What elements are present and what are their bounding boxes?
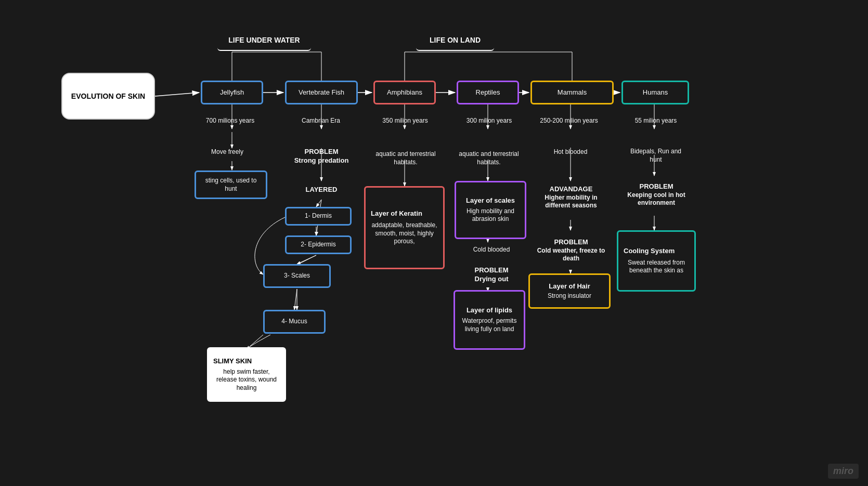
- svg-line-2: [155, 93, 199, 96]
- mammal-problem-label: PROBLEM Cold weather, freeze to death: [528, 230, 614, 271]
- amphi-habitat-label: aquatic and terrestrial habitats.: [367, 141, 444, 175]
- layer-scales-node: Layer of scales High mobility and abrasi…: [455, 181, 526, 239]
- layered-label: LAYERED: [285, 181, 358, 199]
- slimy-skin-node: SLIMY SKIN help swim faster, release tox…: [207, 347, 286, 402]
- mammal-advandage-label: ADVANDAGE Higher mobility in different s…: [528, 177, 614, 218]
- svg-line-41: [294, 289, 297, 310]
- jellyfish-node: Jellyfish: [201, 81, 263, 104]
- fish-problem-label: PROBLEM Strong predation: [285, 141, 358, 172]
- mammals-node: Mammals: [530, 81, 614, 104]
- layer-lipids-node: Layer of lipids Waterproof, permits livi…: [454, 290, 525, 350]
- scales-node: 3- Scales: [263, 264, 331, 288]
- cooling-system-node: Cooling System Sweat released from benea…: [617, 230, 696, 292]
- amphibians-node: Amphibians: [373, 81, 436, 104]
- fish-years: Cambrian Era: [285, 113, 357, 129]
- reptile-problem-label: PROBLEM Drying out: [456, 260, 527, 290]
- human-problem-label: PROBLEM Keeping cool in hot environment: [618, 174, 695, 216]
- layer-keratin-node: Layer of Keratin addaptable, breathable,…: [364, 186, 445, 269]
- reptiles-node: Reptiles: [457, 81, 519, 104]
- humans-node: Humans: [621, 81, 689, 104]
- svg-line-21: [316, 200, 321, 207]
- life-on-land-label: LIFE ON LAND: [416, 30, 494, 51]
- human-bipedal-label: Bidepals, Run and hunt: [620, 141, 692, 170]
- layer-hair-node: Layer of Hair Strong insulator: [528, 273, 611, 309]
- hot-blooded-label: Hot blooded: [529, 145, 612, 160]
- dermis-node: 1- Dermis: [285, 207, 352, 226]
- miro-logo: miro: [828, 464, 859, 479]
- cold-blooded-label: Cold blooded: [456, 242, 527, 258]
- reptile-years: 300 milion years: [451, 113, 527, 129]
- amphi-years: 350 milion years: [369, 113, 441, 129]
- human-years: 55 milion years: [620, 113, 692, 129]
- vertebrate-fish-node: Vertebrate Fish: [285, 81, 358, 104]
- mucus-node: 4- Mucus: [263, 310, 326, 334]
- reptile-habitat-label: aquatic and terrestrial habitats.: [450, 141, 527, 175]
- sting-cells-node: sting cells, used to hunt: [195, 170, 267, 199]
- svg-line-40: [297, 255, 316, 264]
- move-freely-label: Move freely: [193, 145, 261, 160]
- mammal-years: 250-200 milion years: [525, 113, 613, 129]
- life-under-water-label: LIFE UNDER WATER: [217, 30, 311, 51]
- epidermis-node: 2- Epidermis: [285, 235, 352, 254]
- evolution-of-skin-node: EVOLUTION OF SKIN: [61, 73, 155, 120]
- jellyfish-years: 700 milions years: [192, 113, 268, 129]
